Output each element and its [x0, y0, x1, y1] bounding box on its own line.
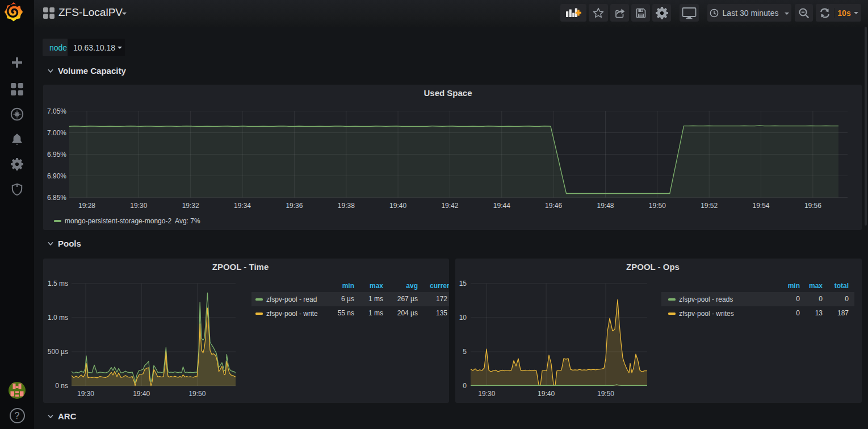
svg-text:10: 10 [459, 314, 467, 322]
svg-text:7.05%: 7.05% [47, 107, 66, 115]
svg-text:7.00%: 7.00% [47, 129, 66, 137]
svg-text:1.5 ms: 1.5 ms [48, 280, 68, 288]
svg-text:6.95%: 6.95% [47, 151, 66, 159]
svg-text:500 µs: 500 µs [48, 348, 68, 356]
svg-text:19:40: 19:40 [133, 390, 150, 398]
svg-text:6.90%: 6.90% [47, 172, 66, 180]
svg-text:19:30: 19:30 [478, 390, 495, 398]
svg-text:19:30: 19:30 [77, 390, 94, 398]
svg-text:19:44: 19:44 [493, 202, 510, 210]
svg-text:19:50: 19:50 [188, 390, 206, 398]
svg-text:19:30: 19:30 [130, 202, 147, 210]
svg-text:1.0 ms: 1.0 ms [48, 314, 68, 322]
svg-text:0: 0 [463, 382, 467, 390]
svg-text:6.85%: 6.85% [47, 194, 66, 202]
svg-text:19:40: 19:40 [389, 202, 406, 210]
svg-text:19:50: 19:50 [597, 390, 614, 398]
svg-text:19:40: 19:40 [538, 390, 555, 398]
svg-text:19:46: 19:46 [545, 202, 562, 210]
svg-text:19:28: 19:28 [78, 202, 95, 210]
svg-text:19:32: 19:32 [182, 202, 199, 210]
svg-text:19:36: 19:36 [286, 202, 303, 210]
svg-text:19:50: 19:50 [649, 202, 666, 210]
svg-text:19:42: 19:42 [441, 202, 458, 210]
svg-text:19:52: 19:52 [701, 202, 718, 210]
svg-text:15: 15 [459, 280, 467, 288]
svg-text:19:54: 19:54 [752, 202, 769, 210]
svg-text:19:48: 19:48 [597, 202, 614, 210]
svg-text:5: 5 [463, 348, 467, 356]
svg-text:0 ns: 0 ns [55, 382, 68, 390]
svg-text:19:38: 19:38 [338, 202, 355, 210]
svg-text:19:34: 19:34 [234, 202, 251, 210]
svg-text:19:56: 19:56 [804, 202, 821, 210]
